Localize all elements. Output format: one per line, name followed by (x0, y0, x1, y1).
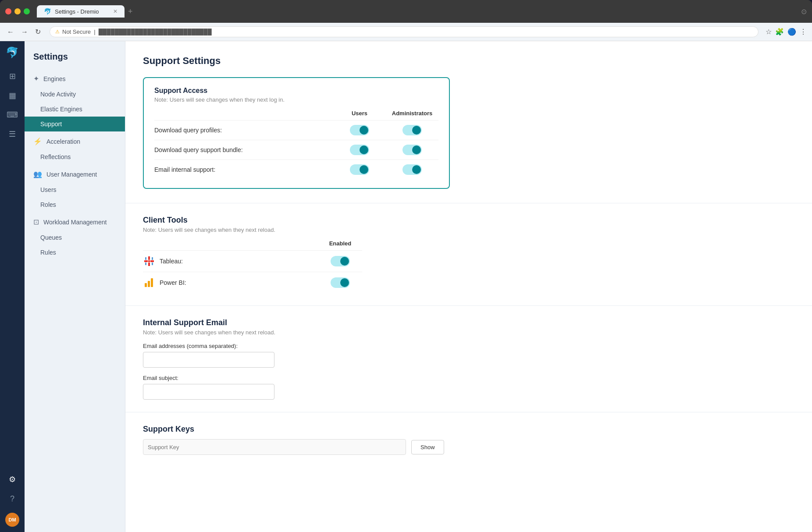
svg-rect-2 (144, 260, 148, 262)
sidebar-icon-terminal[interactable]: ⌨ (4, 106, 21, 124)
access-row-query-profiles-label: Download query profiles: (154, 127, 333, 134)
minimize-button[interactable] (14, 8, 21, 14)
toggle-track (331, 256, 350, 266)
traffic-lights (5, 8, 30, 14)
svg-rect-3 (150, 260, 154, 262)
svg-rect-5 (145, 257, 146, 260)
query-profiles-admins-toggle[interactable] (402, 125, 422, 135)
svg-rect-7 (145, 262, 146, 265)
window-menu-icon[interactable]: ⊙ (801, 7, 807, 16)
sidebar-item-rules-label: Rules (40, 249, 56, 256)
sidebar-item-rules[interactable]: Rules (25, 245, 125, 260)
settings-sidebar: Settings ✦ Engines Node Activity Elastic… (25, 41, 125, 532)
powerbi-toggle-cell (318, 277, 362, 288)
toggle-thumb (360, 126, 368, 135)
email-subject-group: Email subject: (143, 375, 794, 400)
svg-rect-1 (148, 262, 150, 266)
admins-col-header: Administrators (386, 110, 438, 117)
profile-icon[interactable]: 🔵 (787, 28, 796, 36)
query-profiles-admins-toggle-cell (386, 125, 438, 135)
support-bundle-users-toggle[interactable] (350, 145, 369, 155)
url-text: Not Secure | ███████████████████████████… (62, 28, 212, 35)
email-addresses-input[interactable] (143, 352, 274, 368)
sidebar-icon-settings[interactable]: ⚙ (4, 471, 21, 488)
sidebar-item-roles[interactable]: Roles (25, 197, 125, 212)
email-subject-input[interactable] (143, 384, 274, 400)
nav-section-acceleration: ⚡ Acceleration Reflections (25, 133, 125, 164)
support-bundle-admins-toggle[interactable] (402, 145, 422, 155)
maximize-button[interactable] (24, 8, 30, 14)
tool-row-tableau: Tableau: (143, 250, 362, 272)
nav-section-user-management: 👥 User Management Users Roles (25, 166, 125, 212)
email-support-users-toggle[interactable] (350, 164, 369, 175)
query-profiles-users-toggle[interactable] (350, 125, 369, 135)
client-tools-note: Note: Users will see changes when they n… (143, 227, 362, 233)
page-title: Support Settings (143, 55, 794, 67)
support-keys-row: Show (143, 439, 794, 455)
sidebar-icon-help[interactable]: ? (4, 490, 21, 507)
title-bar: 🐬 Settings - Dremio ✕ + ⊙ (0, 0, 812, 23)
bookmark-icon[interactable]: ☆ (766, 28, 772, 36)
back-button[interactable]: ← (5, 26, 16, 38)
tableau-toggle[interactable] (331, 256, 350, 266)
tab-favicon: 🐬 (44, 8, 51, 15)
sidebar-item-user-management[interactable]: 👥 User Management (25, 166, 125, 182)
sidebar-item-users[interactable]: Users (25, 182, 125, 197)
sidebar-item-queues-label: Queues (40, 234, 62, 241)
sidebar-icon-grid[interactable]: ▦ (4, 87, 21, 104)
sidebar-icon-dashboard[interactable]: ⊞ (4, 67, 21, 85)
security-icon: ⚠ (55, 29, 60, 35)
menu-icon[interactable]: ⋮ (800, 28, 807, 36)
show-button[interactable]: Show (411, 440, 444, 454)
workload-management-icon: ⊡ (33, 218, 39, 226)
active-tab[interactable]: 🐬 Settings - Dremio ✕ (37, 5, 125, 18)
support-key-input[interactable] (143, 439, 406, 455)
sidebar-item-engines[interactable]: ✦ Engines (25, 71, 125, 87)
sidebar-item-engines-label: Engines (43, 75, 66, 82)
extensions-icon[interactable]: 🧩 (775, 28, 784, 36)
tool-table-header: Enabled (143, 240, 362, 250)
tableau-label: Tableau: (160, 258, 183, 265)
access-row-query-profiles: Download query profiles: (154, 120, 438, 140)
browser-window: 🐬 Settings - Dremio ✕ + ⊙ ← → ↻ ⚠ Not Se… (0, 0, 812, 532)
internal-email-note: Note: Users will see changes when they n… (143, 329, 794, 336)
tableau-tool: Tableau: (143, 255, 318, 267)
sidebar-item-queues[interactable]: Queues (25, 230, 125, 245)
address-bar[interactable]: ⚠ Not Secure | █████████████████████████… (50, 26, 759, 37)
toggle-thumb (340, 257, 349, 266)
sidebar-item-workload-management[interactable]: ⊡ Workload Management (25, 214, 125, 230)
email-support-admins-toggle[interactable] (402, 164, 422, 175)
access-table-header: Users Administrators (154, 110, 438, 120)
sidebar-item-node-activity[interactable]: Node Activity (25, 87, 125, 102)
svg-rect-9 (145, 283, 147, 287)
client-tools-section: Client Tools Note: Users will see change… (143, 216, 362, 293)
tab-close-button[interactable]: ✕ (113, 8, 118, 14)
powerbi-toggle[interactable] (331, 277, 350, 288)
svg-rect-4 (148, 260, 150, 262)
sidebar-item-acceleration[interactable]: ⚡ Acceleration (25, 133, 125, 149)
reload-button[interactable]: ↻ (33, 26, 43, 38)
sidebar-item-reflections[interactable]: Reflections (25, 149, 125, 164)
internal-email-section: Internal Support Email Note: Users will … (143, 318, 794, 400)
sidebar-item-elastic-engines[interactable]: Elastic Engines (25, 102, 125, 117)
forward-button[interactable]: → (19, 26, 30, 38)
toggle-thumb (412, 126, 421, 135)
email-addresses-group: Email addresses (comma separated): (143, 343, 794, 368)
toggle-thumb (360, 145, 368, 154)
toggle-thumb (340, 278, 349, 287)
sidebar-item-node-activity-label: Node Activity (40, 91, 76, 98)
users-col-header: Users (333, 110, 386, 117)
sidebar-icon-jobs[interactable]: ☰ (4, 125, 21, 143)
support-keys-section: Support Keys Show (143, 425, 794, 455)
sidebar-item-acceleration-label: Acceleration (46, 138, 80, 145)
sidebar-item-roles-label: Roles (40, 201, 56, 208)
sidebar-item-users-label: Users (40, 186, 57, 193)
new-tab-button[interactable]: + (128, 7, 133, 16)
user-avatar[interactable]: DM (5, 513, 19, 527)
email-support-users-toggle-cell (333, 164, 386, 175)
tab-bar: 🐬 Settings - Dremio ✕ + (37, 5, 798, 18)
close-button[interactable] (5, 8, 11, 14)
sidebar-item-support[interactable]: Support (25, 117, 125, 131)
section-divider-3 (125, 412, 812, 412)
svg-rect-6 (152, 257, 153, 260)
